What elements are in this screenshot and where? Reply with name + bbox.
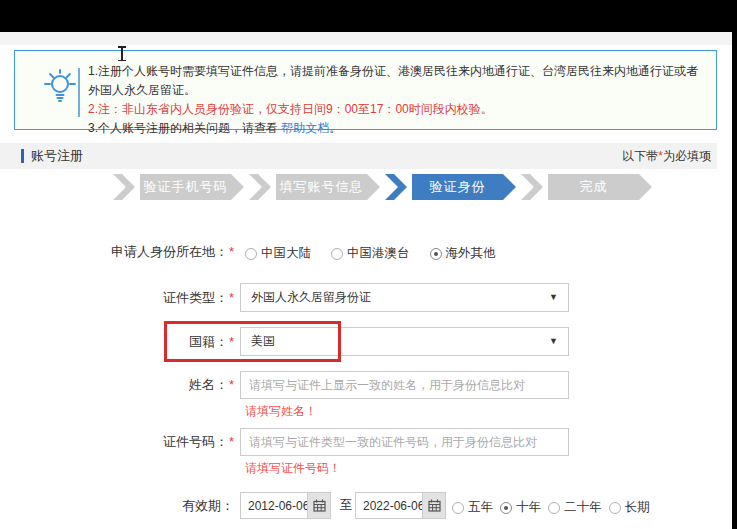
registration-page: 1.注册个人账号时需要填写证件信息，请提前准备身份证、港澳居民往来内地通行证、台… (0, 0, 737, 529)
validity-end-date-box (355, 492, 446, 519)
page-title: 账号注册 (31, 143, 83, 169)
calendar-button[interactable] (307, 493, 330, 518)
radio-long-term[interactable]: 长期 (609, 499, 650, 516)
step-verify-phone: 验证手机号码 (140, 174, 244, 200)
name-label: 姓名：* (0, 371, 234, 399)
row-name: 姓名：* (0, 371, 733, 399)
validity-end-input[interactable] (356, 493, 422, 518)
step-chevron-icon (113, 174, 135, 200)
date-range-separator: 至 (340, 492, 353, 519)
radio-overseas-other[interactable]: 海外其他 (430, 245, 496, 262)
radio-circle-icon (245, 248, 257, 260)
notice-divider (78, 68, 80, 117)
name-error-message: 请填写姓名！ (245, 403, 317, 420)
step-verify-identity: 验证身份 (412, 174, 516, 200)
radio-five-years[interactable]: 五年 (452, 499, 493, 516)
nationality-select[interactable]: 美国 ▼ (240, 327, 569, 356)
calendar-button[interactable] (422, 493, 445, 518)
applicant-location-radio-group: 中国大陆 中国港澳台 海外其他 (245, 245, 496, 262)
radio-ten-years[interactable]: 十年 (500, 499, 541, 516)
page-background-strip (0, 32, 732, 45)
section-header-bar: 账号注册 以下带*为必填项 (0, 143, 717, 169)
applicant-location-label: 申请人身份所在地：* (0, 243, 234, 261)
radio-circle-icon (500, 502, 512, 514)
right-black-strip (732, 0, 737, 529)
step-wizard: 验证手机号码 填写账号信息 验证身份 完成 (113, 174, 657, 200)
nationality-label: 国籍：* (0, 327, 234, 356)
step-complete: 完成 (548, 174, 652, 200)
row-applicant-location: 申请人身份所在地：* 中国大陆 中国港澳台 海外其他 (0, 243, 733, 261)
radio-circle-icon (331, 248, 343, 260)
text-cursor-icon (117, 46, 127, 61)
radio-circle-icon (430, 248, 442, 260)
notice-line-3-suffix: 。 (329, 121, 341, 135)
validity-duration-radio-group: 五年 十年 二十年 长期 (452, 499, 650, 516)
row-validity: 有效期： 至 (0, 492, 733, 519)
validity-start-input[interactable] (241, 493, 307, 518)
nationality-value: 美国 (251, 334, 275, 348)
radio-twenty-years[interactable]: 二十年 (548, 499, 602, 516)
radio-hk-macao-taiwan[interactable]: 中国港澳台 (331, 245, 410, 262)
notice-box: 1.注册个人账号时需要填写证件信息，请提前准备身份证、港澳居民往来内地通行证、台… (14, 50, 717, 130)
step-chevron-icon (521, 174, 543, 200)
cert-type-label: 证件类型：* (0, 283, 234, 312)
validity-label: 有效期： (0, 492, 234, 519)
notice-line-3-text: 3.个人账号注册的相关问题，请查看 (88, 121, 281, 135)
step-fill-account-info: 填写账号信息 (276, 174, 380, 200)
row-cert-type: 证件类型：* 外国人永久居留身份证 ▼ (0, 283, 733, 312)
notice-line-3: 3.个人账号注册的相关问题，请查看 帮助文档。 (88, 119, 708, 138)
chevron-down-icon: ▼ (549, 284, 558, 311)
row-nationality: 国籍：* 美国 ▼ (0, 327, 733, 356)
lightbulb-icon (41, 67, 79, 111)
calendar-icon (428, 499, 441, 512)
row-cert-number: 证件号码：* (0, 428, 733, 456)
radio-circle-icon (452, 502, 464, 514)
notice-line-1: 1.注册个人账号时需要填写证件信息，请提前准备身份证、港澳居民往来内地通行证、台… (88, 62, 708, 100)
cert-type-value: 外国人永久居留身份证 (251, 290, 371, 304)
radio-circle-icon (609, 502, 621, 514)
chevron-down-icon: ▼ (549, 328, 558, 355)
radio-china-mainland[interactable]: 中国大陆 (245, 245, 311, 262)
cert-type-select[interactable]: 外国人永久居留身份证 ▼ (240, 283, 569, 312)
notice-line-2: 2.注：非山东省内人员身份验证，仅支持日间9：00至17：00时间段内校验。 (88, 100, 708, 119)
validity-start-date-box (240, 492, 331, 519)
radio-circle-icon (548, 502, 560, 514)
step-chevron-icon (385, 174, 407, 200)
cert-number-input[interactable] (240, 428, 569, 456)
top-black-bar (0, 0, 737, 32)
section-accent-bar (21, 149, 24, 163)
required-fields-note: 以下带*为必填项 (622, 143, 711, 169)
calendar-icon (313, 499, 326, 512)
help-doc-link[interactable]: 帮助文档 (281, 121, 329, 135)
cert-number-error-message: 请填写证件号码！ (245, 460, 341, 477)
name-input[interactable] (240, 371, 569, 399)
step-chevron-icon (249, 174, 271, 200)
cert-number-label: 证件号码：* (0, 428, 234, 456)
